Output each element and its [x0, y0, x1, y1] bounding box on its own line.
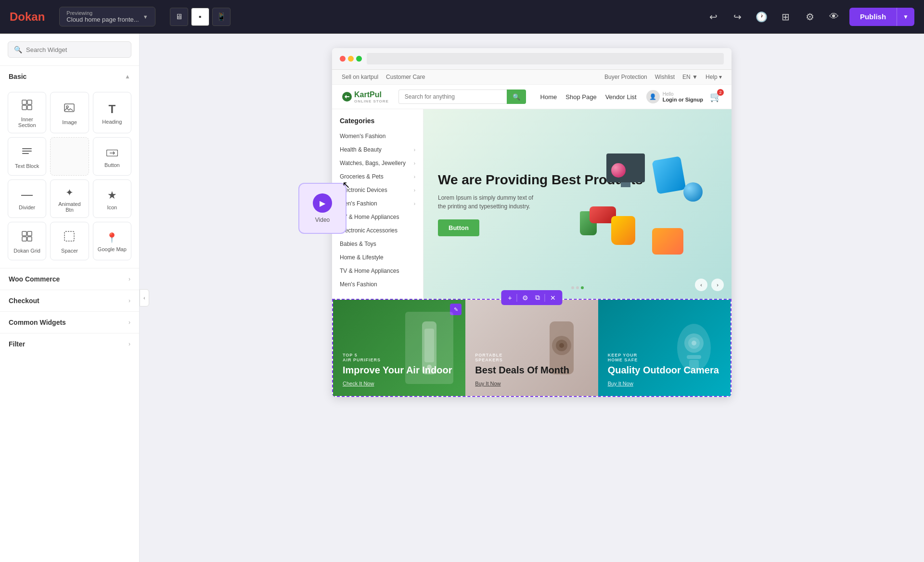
logo-rest: okan [18, 10, 45, 23]
toolbar-settings-btn[interactable]: ⚙ [519, 293, 531, 303]
user-account[interactable]: 👤 Hello Login or Signup [646, 90, 703, 103]
publish-label: Publish [849, 8, 897, 26]
svg-rect-12 [22, 231, 26, 236]
hero-next-btn[interactable]: › [711, 279, 724, 291]
widgets-grid: Inner Section Image T Heading [0, 87, 139, 268]
hero-button[interactable]: Button [438, 219, 479, 236]
widget-google-map[interactable]: 📍 Google Map [93, 222, 131, 260]
widget-animated-btn[interactable]: ✦ Animated Btn [50, 179, 89, 218]
wishlist[interactable]: Wishlist [655, 74, 675, 80]
svg-point-5 [66, 106, 68, 108]
inner-section-icon [21, 99, 33, 114]
animated-btn-icon: ✦ [65, 187, 74, 198]
filter-label: Filter [9, 340, 25, 348]
publish-button[interactable]: Publish ▼ [849, 8, 914, 26]
cat-babies-toys[interactable]: Babies & Toys [332, 237, 423, 251]
product-card-speakers: PORTABLE SPEAKERS Best Deals Of Month Bu… [465, 300, 598, 396]
sell-on-kartpul-link[interactable]: Sell on kartpul [342, 74, 378, 80]
basic-section-header[interactable]: Basic ▲ [0, 66, 139, 87]
widget-heading[interactable]: T Heading [93, 92, 131, 133]
mobile-device-btn[interactable]: 📱 [212, 8, 231, 26]
user-hello: Hello [663, 91, 703, 97]
cat-womens-fashion[interactable]: Women's Fashion [332, 129, 423, 143]
collapse-sidebar-btn[interactable]: ‹ [140, 289, 149, 307]
common-widgets-section[interactable]: Common Widgets › [0, 311, 139, 333]
widget-divider[interactable]: Divider [8, 179, 46, 218]
nav-shop-page[interactable]: Shop Page [565, 93, 596, 101]
divider-label: Divider [19, 204, 35, 210]
cat-home-lifestyle[interactable]: Home & Lifestyle [332, 251, 423, 264]
toolbar-duplicate-btn[interactable]: ⧉ [532, 292, 543, 303]
settings-btn[interactable]: ⚙ [801, 8, 819, 26]
browser-url-bar [367, 53, 724, 64]
widget-image[interactable]: Image [50, 92, 89, 133]
tablet-device-btn[interactable]: ▪ [191, 8, 209, 26]
undo-btn[interactable]: ↩ [705, 8, 722, 26]
desktop-device-btn[interactable]: 🖥 [170, 8, 188, 26]
store-search-btn[interactable]: 🔍 [507, 89, 526, 104]
product-title-3: Quality Outdoor Camera [608, 364, 721, 376]
filter-chevron-icon: › [128, 341, 130, 347]
filter-section[interactable]: Filter › [0, 333, 139, 355]
canvas-area[interactable]: ↖ ▶ Video ‹ Sell on kartpul [140, 34, 924, 562]
floating-video-widget[interactable]: ↖ ▶ Video [298, 183, 346, 234]
widget-spacer[interactable]: Spacer [50, 222, 89, 260]
publish-dropdown-icon[interactable]: ▼ [897, 9, 914, 25]
cat-mens-fashion2[interactable]: Men's Fashion [332, 278, 423, 291]
divider-icon [21, 189, 33, 202]
widget-dokan-grid[interactable]: Dokan Grid [8, 222, 46, 260]
hero-dot-1[interactable] [571, 286, 574, 289]
search-widget-wrap[interactable]: 🔍 [8, 41, 131, 58]
hero-dot-2[interactable] [576, 286, 579, 289]
product-tag-1: TOP 5 AIR PURIFIERS [343, 353, 456, 362]
widget-text-block[interactable]: Text Block [8, 137, 46, 176]
product-link-1[interactable]: Check It Now [343, 381, 456, 386]
hero-3d-scene [568, 144, 712, 264]
preview-selector[interactable]: Previewing Cloud home page fronte... ▼ [59, 7, 155, 26]
cat-arrow-icon: › [414, 161, 415, 166]
widget-button[interactable]: Button [93, 137, 131, 176]
button-label: Button [104, 162, 120, 168]
woo-commerce-section[interactable]: Woo Commerce › [0, 268, 139, 290]
buyer-protection: Buyer Protection [604, 74, 647, 80]
product-title-2: Best Deals Of Month [475, 364, 588, 376]
toolbar-close-btn[interactable]: ✕ [547, 293, 559, 303]
dot-green [356, 56, 362, 62]
product-link-2[interactable]: Buy It Now [475, 381, 588, 386]
inner-section-label: Inner Section [12, 116, 42, 128]
preview-page: Cloud home page fronte... [66, 16, 139, 23]
cat-health-beauty[interactable]: Health & Beauty › [332, 143, 423, 156]
customer-care-link[interactable]: Customer Care [386, 74, 425, 80]
widget-inner-section[interactable]: Inner Section [8, 92, 46, 133]
svg-rect-14 [22, 237, 26, 241]
language-selector[interactable]: EN ▼ [682, 74, 698, 80]
cat-watches[interactable]: Watches, Bags, Jewellery › [332, 156, 423, 170]
search-icon: 🔍 [14, 46, 22, 53]
help-dropdown[interactable]: Help ▾ [706, 74, 722, 80]
icon-widget-icon: ★ [107, 189, 117, 202]
hero-dots [571, 286, 584, 289]
layers-btn[interactable]: ⊞ [777, 8, 795, 26]
nav-home[interactable]: Home [540, 93, 557, 101]
hero-prev-btn[interactable]: ‹ [695, 279, 707, 291]
cat-tv-home2[interactable]: TV & Home Appliances [332, 264, 423, 278]
store-search[interactable]: 🔍 [398, 89, 526, 104]
preview-chevron-icon: ▼ [143, 14, 148, 20]
search-widget-input[interactable] [26, 46, 125, 53]
store-search-input[interactable] [398, 89, 507, 104]
preview-eye-btn[interactable]: 👁 [825, 8, 843, 26]
button-icon [106, 147, 118, 159]
top-bar: Dokan Previewing Cloud home page fronte.… [0, 0, 924, 34]
store-nav-links: Home Shop Page Vendor List [540, 93, 637, 101]
product-link-3[interactable]: Buy It Now [608, 381, 721, 386]
widget-icon[interactable]: ★ Icon [93, 179, 131, 218]
hero-dot-3[interactable] [581, 286, 584, 289]
checkout-section[interactable]: Checkout › [0, 290, 139, 311]
cart-icon-wrap[interactable]: 🛒 2 [710, 91, 722, 102]
toolbar-add-btn[interactable]: + [505, 293, 514, 303]
redo-btn[interactable]: ↪ [729, 8, 746, 26]
history-btn[interactable]: 🕐 [753, 8, 770, 26]
nav-vendor-list[interactable]: Vendor List [605, 93, 637, 101]
toolbar-separator [517, 294, 517, 302]
bag-obj [611, 216, 635, 245]
